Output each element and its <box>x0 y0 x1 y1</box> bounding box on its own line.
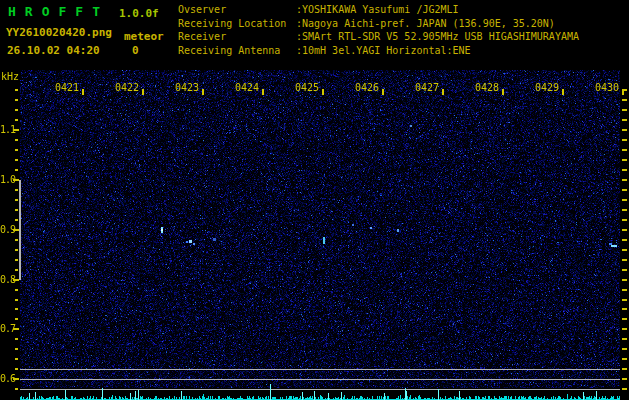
mode-label: meteor <box>124 30 164 43</box>
time-label: 0429 <box>535 82 559 93</box>
time-label: 0425 <box>295 82 319 93</box>
station-info-value: :10mH 3el.YAGI Horizontal:ENE <box>296 44 471 58</box>
echo-count: 0 <box>132 44 139 57</box>
spectrogram-canvas <box>0 70 629 400</box>
time-label: 0430 <box>595 82 619 93</box>
station-info-value: :SMArt RTL-SDR V5 52.905MHz USB HIGASHIM… <box>296 30 579 44</box>
time-label: 0427 <box>415 82 439 93</box>
time-label: 0421 <box>55 82 79 93</box>
time-label: 0422 <box>115 82 139 93</box>
y-axis-unit-label: kHz <box>1 71 19 82</box>
station-info-label: Ovserver <box>178 3 296 17</box>
freq-label: 0.9 <box>0 224 15 235</box>
station-info-row: Receiving Antenna:10mH 3el.YAGI Horizont… <box>178 44 579 58</box>
freq-label: 0.8 <box>0 274 15 285</box>
observation-datetime: 26.10.02 04:20 <box>7 44 100 57</box>
freq-label: 0.6 <box>0 373 15 384</box>
station-info-value: :YOSHIKAWA Yasufumi /JG2MLI <box>296 3 459 17</box>
station-info-label: Receiver <box>178 30 296 44</box>
time-label: 0426 <box>355 82 379 93</box>
station-info-value: :Nagoya Aichi-pref. JAPAN (136.90E, 35.2… <box>296 17 555 31</box>
app-version: 1.0.0f <box>119 7 159 20</box>
station-info-row: Receiver:SMArt RTL-SDR V5 52.905MHz USB … <box>178 30 579 44</box>
time-label: 0428 <box>475 82 499 93</box>
app-title: HROFFT <box>8 4 109 19</box>
station-info-label: Receiving Antenna <box>178 44 296 58</box>
freq-label: 1.1 <box>0 124 15 135</box>
station-info-row: Ovserver:YOSHIKAWA Yasufumi /JG2MLI <box>178 3 579 17</box>
output-filename: YY2610020420.png <box>6 26 112 39</box>
hrofft-window: HROFFT 1.0.0f YY2610020420.png meteor 26… <box>0 0 629 400</box>
freq-label: 1.0 <box>0 174 15 185</box>
time-label: 0424 <box>235 82 259 93</box>
station-info-label: Receiving Location <box>178 17 296 31</box>
freq-label: 0.7 <box>0 323 15 334</box>
time-label: 0423 <box>175 82 199 93</box>
station-info: Ovserver:YOSHIKAWA Yasufumi /JG2MLIRecei… <box>178 3 579 57</box>
station-info-row: Receiving Location:Nagoya Aichi-pref. JA… <box>178 17 579 31</box>
